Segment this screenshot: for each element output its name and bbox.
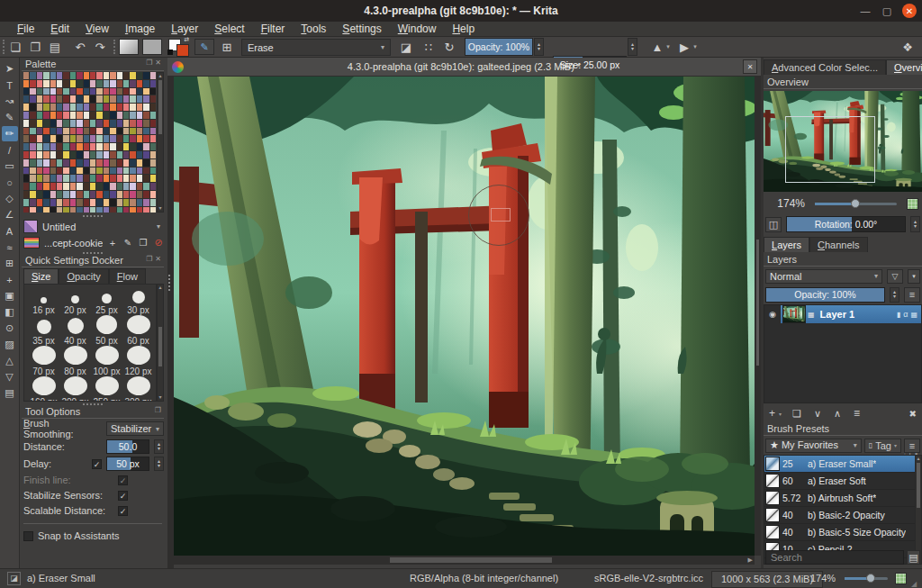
blend-mode-select[interactable]: Normal ▾	[765, 269, 882, 284]
palette-swatch[interactable]	[104, 199, 109, 206]
palette-swatch[interactable]	[30, 143, 35, 150]
palette-swatch[interactable]	[137, 159, 142, 167]
palette-swatch[interactable]	[130, 175, 135, 182]
workspace-chooser-button[interactable]: ❖	[899, 37, 917, 57]
palette-swatch[interactable]	[123, 191, 129, 198]
rotation-spin-buttons[interactable]: ▴ ▾	[910, 216, 920, 232]
palette-swatch[interactable]	[117, 80, 122, 87]
pattern-chooser-button[interactable]	[142, 39, 162, 55]
palette-swatch[interactable]	[30, 120, 35, 127]
palette-swatch[interactable]	[70, 104, 76, 111]
palette-swatch[interactable]	[117, 72, 122, 79]
canvas-vertical-scrollbar[interactable]	[755, 77, 761, 556]
palette-swatch[interactable]	[57, 88, 62, 95]
brush-size-option[interactable]: 250 px	[91, 376, 122, 402]
palette-swatch[interactable]	[150, 159, 156, 167]
scroll-up-icon[interactable]: ▴	[158, 285, 163, 291]
redo-button[interactable]: ↷	[92, 37, 108, 57]
palette-swatch[interactable]	[63, 143, 68, 150]
palette-swatch[interactable]	[96, 199, 102, 206]
palette-swatch[interactable]	[57, 95, 62, 103]
palette-swatch[interactable]	[143, 120, 149, 127]
palette-swatch[interactable]	[117, 95, 122, 103]
palette-swatch[interactable]	[130, 167, 135, 175]
palette-swatch[interactable]	[104, 175, 109, 182]
palette-swatch[interactable]	[30, 112, 35, 119]
palette-swatch[interactable]	[150, 207, 156, 213]
save-document-button[interactable]: ▤	[47, 37, 63, 57]
palette-swatch[interactable]	[110, 175, 115, 182]
palette-selector-row[interactable]: Untitled ▾	[23, 219, 164, 234]
layer-thumbnail[interactable]	[782, 305, 806, 323]
palette-swatch[interactable]	[104, 183, 109, 190]
brush-size-option[interactable]: 80 px	[59, 346, 91, 376]
palette-swatch[interactable]	[70, 207, 76, 213]
palette-swatch[interactable]	[130, 80, 135, 87]
palette-swatch[interactable]	[84, 199, 89, 206]
palette-swatch[interactable]	[130, 151, 135, 158]
palette-swatch[interactable]	[110, 159, 115, 167]
palette-swatch[interactable]	[130, 159, 135, 167]
palette-swatch[interactable]	[137, 88, 142, 95]
add-swatch-button[interactable]: +	[107, 238, 118, 249]
palette-swatch[interactable]	[150, 112, 156, 119]
palette-swatch[interactable]	[57, 135, 62, 142]
palette-swatch[interactable]	[104, 135, 109, 142]
mirror-horizontal-button[interactable]: ▲	[650, 37, 664, 57]
palette-swatch[interactable]	[63, 72, 68, 79]
duplicate-layer-button[interactable]: ❏	[792, 408, 801, 420]
palette-swatch[interactable]	[150, 183, 156, 190]
float-docker-icon[interactable]: ❐	[146, 59, 152, 67]
palette-swatch[interactable]	[57, 183, 62, 190]
palette-swatch[interactable]	[84, 143, 89, 150]
palette-swatch[interactable]	[43, 175, 49, 182]
palette-swatch[interactable]	[150, 135, 156, 142]
menu-image[interactable]: Image	[117, 22, 163, 37]
spin-down-icon[interactable]: ▾	[155, 447, 163, 451]
close-button[interactable]: ✕	[902, 4, 917, 18]
palette-swatch[interactable]	[37, 88, 42, 95]
palette-swatch[interactable]	[23, 88, 29, 95]
preset-list-scrollbar[interactable]: ▴ ▾	[915, 455, 922, 565]
brush-smoothing-select[interactable]: Stabilizer ▾	[106, 421, 164, 436]
palette-swatch[interactable]	[117, 183, 122, 190]
palette-swatch[interactable]	[150, 95, 156, 103]
spin-down-icon[interactable]: ▾	[538, 47, 540, 51]
palette-swatch[interactable]	[43, 143, 49, 150]
layer-lock-icon[interactable]: ▮	[897, 311, 900, 319]
palette-swatch[interactable]	[143, 95, 149, 103]
palette-swatch[interactable]	[90, 135, 95, 142]
palette-swatch[interactable]	[137, 112, 142, 119]
palette-swatch[interactable]	[110, 183, 115, 190]
edit-brush-settings-button[interactable]: ✎	[194, 39, 214, 55]
palette-swatch[interactable]	[30, 175, 35, 182]
maximize-button[interactable]: ▢	[881, 5, 893, 17]
palette-swatch[interactable]	[110, 95, 115, 103]
brush-size-option[interactable]: 30 px	[122, 285, 154, 315]
palette-swatch[interactable]	[70, 199, 76, 206]
palette-swatch[interactable]	[70, 175, 76, 182]
palette-swatch[interactable]	[77, 120, 82, 127]
document-subwindow-titlebar[interactable]: 4.3.0-prealpha (git 8c9b10e): galteed.jp…	[167, 58, 761, 77]
palette-swatch[interactable]	[123, 199, 129, 206]
palette-swatch[interactable]	[143, 135, 149, 142]
scroll-down-icon[interactable]: ▾	[158, 394, 163, 401]
palette-swatch[interactable]	[110, 88, 115, 95]
background-color-swatch[interactable]	[176, 44, 189, 57]
spin-down-icon[interactable]: ▾	[890, 294, 899, 299]
palette-swatch[interactable]	[117, 143, 122, 150]
palette-swatch[interactable]	[23, 167, 29, 175]
palette-swatch[interactable]	[96, 151, 102, 158]
palette-swatch[interactable]	[150, 191, 156, 198]
palette-swatch[interactable]	[50, 167, 56, 175]
palette-swatch[interactable]	[137, 175, 142, 182]
brush-size-option[interactable]: 50 px	[91, 315, 122, 346]
palette-swatch[interactable]	[50, 72, 56, 79]
palette-swatch[interactable]	[30, 167, 35, 175]
palette-swatch[interactable]	[150, 80, 156, 87]
palette-swatch[interactable]	[130, 191, 135, 198]
palette-swatch[interactable]	[37, 175, 42, 182]
palette-swatch[interactable]	[23, 183, 29, 190]
mirror-vertical-options-icon[interactable]: ▾	[692, 37, 699, 57]
rotation-spinbox[interactable]: Rotation: 0.00°	[786, 216, 906, 232]
